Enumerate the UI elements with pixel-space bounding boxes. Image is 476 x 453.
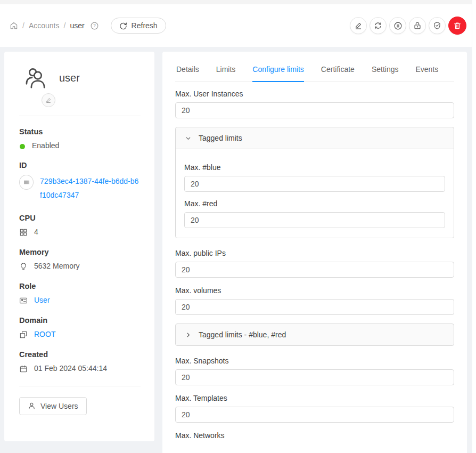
max-templates-input[interactable] [175,407,454,423]
shield-check-icon [433,21,441,30]
svg-text:?: ? [93,23,96,28]
memory-value: 5632 Memory [34,262,80,270]
edit-avatar-button[interactable] [42,93,55,107]
max-blue-label: Max. #blue [184,163,445,172]
tab-bar: Details Limits Configure limits Certific… [175,60,454,82]
breadcrumb: / Accounts / user ? Refresh [10,18,166,34]
update-icon [374,21,382,30]
tab-limits[interactable]: Limits [216,65,236,82]
idcard-icon [19,296,28,305]
chevron-right-icon [185,331,192,338]
configure-limits-form: Max. User Instances Tagged limits Max. #… [175,90,454,440]
max-blue-input[interactable] [184,176,445,192]
domain-row: ROOT [19,330,141,339]
status-label: Status [19,127,141,136]
max-templates-label: Max. Templates [175,394,454,402]
max-volumes-label: Max. volumes [175,286,454,295]
pencil-icon [45,97,52,103]
max-user-instances-input[interactable] [175,102,454,118]
account-detail-panel: Details Limits Configure limits Certific… [162,52,467,453]
status-row: Enabled [19,141,141,150]
delete-account-button[interactable] [448,17,466,35]
disable-account-button[interactable] [389,17,406,34]
refresh-button-label: Refresh [132,21,158,30]
tab-certificate[interactable]: Certificate [321,65,355,82]
user-icon [28,402,36,410]
view-users-label: View Users [40,402,78,410]
content: user Status Enabled ID [0,47,476,453]
tab-details[interactable]: Details [176,65,199,82]
barcode-icon [19,175,34,190]
edit-account-button[interactable] [350,17,367,34]
cpu-label: CPU [19,214,141,222]
account-summary-card: user Status Enabled ID [4,52,154,441]
max-snapshots-label: Max. Snapshots [175,357,454,365]
tab-settings[interactable]: Settings [372,65,399,82]
breadcrumb-current: user [70,21,84,30]
max-user-instances-label: Max. User Instances [175,90,454,98]
certificate-button[interactable] [429,17,446,34]
max-red-input[interactable] [184,212,445,228]
calendar-icon [19,365,28,373]
tab-events[interactable]: Events [415,65,438,82]
breadcrumb-separator: / [22,21,24,30]
pause-circle-icon [393,21,403,30]
profile-header: user [19,66,141,91]
divider [19,386,141,386]
role-label: Role [19,282,141,290]
view-users-button[interactable]: View Users [19,397,87,415]
block-icon [19,330,28,339]
lock-icon [413,21,422,30]
tagged-limits-panel-title: Tagged limits [199,134,242,142]
tagged-limits-collapsed-title: Tagged limits - #blue, #red [199,330,286,339]
appstore-icon [19,228,28,237]
tagged-limits-panel-header[interactable]: Tagged limits [176,127,454,149]
role-row: User [19,296,141,305]
help-icon[interactable]: ? [90,21,99,30]
delete-icon [453,21,462,30]
lock-account-button[interactable] [409,17,426,34]
edit-icon [354,21,363,30]
created-value: 01 Feb 2024 05:44:14 [34,364,107,373]
refresh-button[interactable]: Refresh [111,18,166,34]
cpu-row: 4 [19,228,141,237]
bulb-icon [19,262,28,271]
id-row: 729b3ec4-1387-44fe-b6dd-b6f10dc47347 [19,175,141,203]
home-icon[interactable] [10,21,18,30]
status-dot-icon [20,144,25,149]
max-volumes-input[interactable] [175,299,454,315]
memory-label: Memory [19,248,141,256]
max-snapshots-input[interactable] [175,369,454,385]
chevron-down-icon [185,135,192,142]
update-resource-count-button[interactable] [370,17,387,34]
memory-row: 5632 Memory [19,262,141,271]
domain-link[interactable]: ROOT [34,330,55,338]
cpu-value: 4 [34,228,38,236]
scrollbar[interactable] [472,0,476,453]
tagged-limits-panel-collapsed: Tagged limits - #blue, #red [175,323,454,346]
divider [19,116,141,116]
tab-configure-limits[interactable]: Configure limits [252,65,303,82]
max-public-ips-label: Max. public IPs [175,249,454,257]
status-value: Enabled [32,141,59,150]
team-icon [23,66,48,91]
domain-label: Domain [19,316,141,325]
role-link[interactable]: User [34,296,50,304]
max-public-ips-input[interactable] [175,262,454,278]
topbar: / Accounts / user ? Refresh [0,4,476,47]
account-id-link[interactable]: 729b3ec4-1387-44fe-b6dd-b6f10dc47347 [40,175,141,203]
action-buttons [350,17,466,35]
tagged-limits-panel-body: Max. #blue Max. #red [176,149,454,238]
reload-icon [119,22,127,30]
max-red-label: Max. #red [184,199,445,208]
tagged-limits-collapsed-header[interactable]: Tagged limits - #blue, #red [176,324,454,345]
account-name: user [59,72,80,84]
top-strip [0,0,476,4]
tagged-limits-panel-expanded: Tagged limits Max. #blue Max. #red [175,127,454,238]
breadcrumb-accounts-link[interactable]: Accounts [29,21,60,30]
id-label: ID [19,161,141,169]
max-networks-label: Max. Networks [175,431,454,440]
breadcrumb-separator: / [63,21,65,30]
created-label: Created [19,350,141,359]
created-row: 01 Feb 2024 05:44:14 [19,364,141,373]
